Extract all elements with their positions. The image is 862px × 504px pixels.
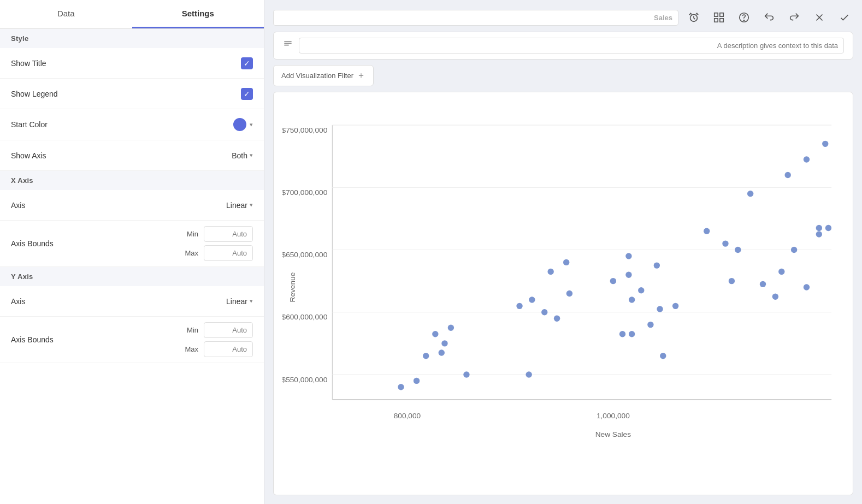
svg-point-37 xyxy=(563,259,569,265)
grid-icon[interactable] xyxy=(710,9,728,26)
svg-text:$750,000,000: $750,000,000 xyxy=(282,126,328,134)
x-axis-max-input[interactable] xyxy=(204,245,253,261)
scatter-chart-svg: $750,000,000 $700,000,000 $650,000,000 $… xyxy=(282,101,844,486)
settings-content: Style Show Title ✓ Show Legend ✓ Start C… xyxy=(0,29,264,504)
x-axis-min-row: Min xyxy=(183,226,253,242)
y-axis-bounds-row: Axis Bounds Min Max xyxy=(0,317,264,363)
svg-point-38 xyxy=(526,371,532,377)
chart-title-input[interactable] xyxy=(273,10,678,26)
svg-point-28 xyxy=(432,331,438,337)
y-axis-max-input[interactable] xyxy=(204,341,253,357)
check-icon[interactable] xyxy=(836,9,853,26)
chart-description-bar xyxy=(273,32,853,60)
show-legend-label: Show Legend xyxy=(11,90,241,98)
svg-point-49 xyxy=(625,253,631,259)
y-axis-bounds-inputs: Min Max xyxy=(183,322,253,357)
svg-point-62 xyxy=(822,141,828,147)
svg-rect-2 xyxy=(720,13,723,16)
svg-point-55 xyxy=(747,191,753,197)
x-axis-min-input[interactable] xyxy=(204,226,253,242)
svg-rect-4 xyxy=(720,19,723,22)
svg-text:New Sales: New Sales xyxy=(595,430,631,438)
x-axis-chevron-icon: ▾ xyxy=(250,201,253,209)
y-axis-section-header: Y Axis xyxy=(0,267,264,286)
svg-point-63 xyxy=(804,156,810,162)
color-chevron-icon: ▾ xyxy=(250,121,253,128)
x-axis-type-dropdown[interactable]: Linear ▾ xyxy=(226,201,253,210)
show-title-label: Show Title xyxy=(11,59,241,68)
svg-rect-3 xyxy=(715,19,718,22)
left-panel: Data Settings Style Show Title ✓ Show Le… xyxy=(0,0,264,504)
start-color-label: Start Color xyxy=(11,120,233,129)
svg-point-26 xyxy=(439,349,445,355)
svg-point-36 xyxy=(547,269,553,275)
y-axis-type-dropdown[interactable]: Linear ▾ xyxy=(226,297,253,306)
svg-point-48 xyxy=(660,353,666,359)
right-panel: Add Visualization Filter ＋ $750,000,000 … xyxy=(264,0,862,504)
svg-point-45 xyxy=(647,322,653,328)
show-legend-checkbox[interactable]: ✓ xyxy=(241,88,253,100)
svg-point-34 xyxy=(554,315,560,321)
y-axis-min-input[interactable] xyxy=(204,322,253,338)
svg-point-27 xyxy=(441,340,447,346)
y-axis-max-label: Max xyxy=(183,345,198,353)
svg-point-23 xyxy=(398,384,404,390)
alarm-icon[interactable] xyxy=(685,9,702,26)
svg-point-58 xyxy=(778,269,784,275)
y-axis-min-label: Min xyxy=(183,326,198,334)
svg-point-32 xyxy=(529,297,535,303)
svg-point-60 xyxy=(804,284,810,290)
add-filter-button[interactable]: Add Visualization Filter ＋ xyxy=(273,65,374,86)
show-axis-dropdown[interactable]: Both ▾ xyxy=(232,151,253,160)
scatter-chart-container: $750,000,000 $700,000,000 $650,000,000 $… xyxy=(282,101,844,486)
svg-point-57 xyxy=(772,294,778,300)
y-axis-chevron-icon: ▾ xyxy=(250,298,253,305)
add-filter-label: Add Visualization Filter xyxy=(281,72,353,80)
svg-point-52 xyxy=(722,240,728,246)
svg-point-47 xyxy=(629,331,635,337)
x-axis-max-label: Max xyxy=(183,249,198,257)
svg-text:$650,000,000: $650,000,000 xyxy=(282,251,328,259)
show-legend-row: Show Legend ✓ xyxy=(0,79,264,109)
tab-data[interactable]: Data xyxy=(0,0,132,28)
show-title-checkbox[interactable]: ✓ xyxy=(241,57,253,69)
start-color-row: Start Color ▾ xyxy=(0,109,264,140)
show-axis-row: Show Axis Both ▾ xyxy=(0,140,264,171)
svg-point-31 xyxy=(516,303,522,309)
start-color-control[interactable]: ▾ xyxy=(233,118,253,131)
svg-point-6 xyxy=(743,20,744,21)
svg-text:$550,000,000: $550,000,000 xyxy=(282,376,328,384)
x-axis-section-header: X Axis xyxy=(0,171,264,190)
svg-point-44 xyxy=(672,303,678,309)
y-axis-type-value: Linear xyxy=(226,297,247,306)
tab-settings[interactable]: Settings xyxy=(132,0,264,28)
svg-text:1,000,000: 1,000,000 xyxy=(597,412,630,420)
undo-icon[interactable] xyxy=(760,9,778,26)
svg-text:$600,000,000: $600,000,000 xyxy=(282,313,328,321)
toolbar-icons xyxy=(685,9,853,26)
close-icon[interactable] xyxy=(811,9,828,26)
y-axis-min-row: Min xyxy=(183,322,253,338)
tab-bar: Data Settings xyxy=(0,0,264,29)
color-dot[interactable] xyxy=(233,118,246,131)
svg-point-42 xyxy=(629,297,635,303)
redo-icon[interactable] xyxy=(786,9,803,26)
svg-point-65 xyxy=(816,225,822,231)
svg-point-40 xyxy=(625,272,631,278)
description-lines-icon xyxy=(282,39,293,52)
svg-point-33 xyxy=(541,309,547,315)
svg-point-59 xyxy=(791,247,797,253)
show-title-row: Show Title ✓ xyxy=(0,48,264,79)
svg-point-25 xyxy=(423,353,429,359)
y-axis-bounds-label: Axis Bounds xyxy=(11,335,183,344)
add-filter-plus-icon: ＋ xyxy=(357,70,365,81)
help-icon[interactable] xyxy=(735,9,753,26)
show-legend-checkmark: ✓ xyxy=(244,90,250,98)
x-axis-bounds-inputs: Min Max xyxy=(183,226,253,261)
chart-description-input[interactable] xyxy=(299,38,844,54)
show-axis-label: Show Axis xyxy=(11,151,232,160)
svg-point-41 xyxy=(638,287,644,293)
show-axis-value: Both xyxy=(232,151,247,160)
x-axis-max-row: Max xyxy=(183,245,253,261)
style-section-header: Style xyxy=(0,29,264,48)
